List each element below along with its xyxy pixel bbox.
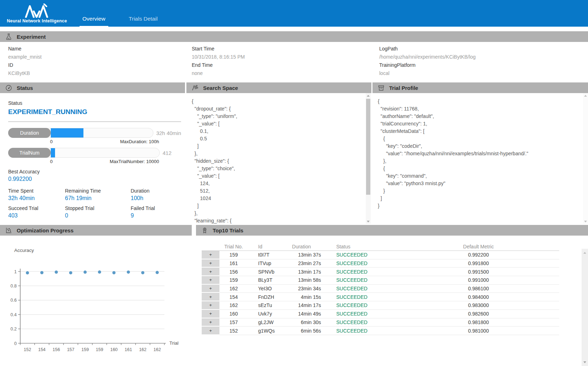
logo-title: Neural Network Intelligence (7, 18, 67, 23)
stat-value: 32h 40min (8, 195, 65, 201)
expand-row-button[interactable]: + (202, 251, 219, 259)
expand-row-button[interactable]: + (202, 285, 219, 293)
expand-row-button[interactable]: + (202, 301, 219, 310)
scroll-up-icon[interactable] (583, 93, 588, 98)
cell-duration: 23min 34s (281, 285, 322, 293)
tab-trials-detail[interactable]: Trials Detail (126, 16, 160, 27)
stat-label: Failed Trial (131, 205, 181, 211)
optimization-progress-panel: Optimization Progress 10.80.60.40.201521… (0, 225, 192, 366)
progress-fill (51, 128, 83, 138)
cell-default-metric: 0.983000 (398, 301, 559, 310)
scroll-down-icon[interactable] (583, 219, 588, 224)
cell-default-metric: 0.991800 (398, 259, 559, 268)
archive-box-icon (378, 85, 385, 91)
cell-default-metric: 0.981800 (398, 318, 559, 327)
cell-id: SPNVb (248, 268, 281, 276)
stat-value: 67h 19min (65, 195, 131, 201)
stat-value: 100h (131, 195, 181, 201)
graph-network-icon (192, 85, 198, 91)
trialnum-progress-scale: 0 MaxTrialNumber: 10000 (8, 158, 160, 165)
scale-max: MaxDuration: 100h (120, 139, 159, 144)
stat-value: 9 (131, 212, 181, 219)
table-row: +160Uvk7y14min 49sSUCCEEDED0.982600 (202, 310, 559, 318)
cell-duration: 6min 56s (281, 327, 322, 335)
field-value: example_mnist (8, 53, 192, 61)
cell-trial-no: 159 (219, 251, 248, 259)
expand-row-button[interactable]: + (202, 276, 219, 285)
header-trial-no: Trial No. (219, 243, 248, 251)
cell-default-metric: 0.992200 (398, 251, 559, 259)
cell-trial-no: 159 (219, 276, 248, 285)
trial-profile-scrollbar[interactable] (583, 93, 588, 224)
cell-status: SUCCEEDED (322, 293, 398, 301)
field-value: 10/31/2018, 8:16:15 PM (192, 53, 379, 61)
svg-text:152: 152 (24, 347, 31, 352)
tab-overview[interactable]: Overview (80, 16, 108, 27)
scrollbar-thumb[interactable] (366, 99, 370, 195)
top10-table: Trial No. Id Duration Status Default Met… (202, 243, 559, 335)
expand-row-button[interactable]: + (202, 310, 219, 318)
cell-id: FnDZH (248, 293, 281, 301)
cell-id: YeI3O (248, 285, 281, 293)
expand-row-button[interactable]: + (202, 318, 219, 327)
nni-logo-icon (24, 4, 50, 18)
expand-row-button[interactable]: + (202, 259, 219, 268)
trialnum-progress: TrialNum 412 (8, 148, 181, 158)
expand-row-button[interactable]: + (202, 293, 219, 301)
scroll-down-icon[interactable] (582, 360, 588, 365)
table-row: +159BLy3T13min 58sSUCCEEDED0.991000 (202, 276, 559, 285)
scroll-up-icon[interactable] (582, 250, 588, 255)
cell-default-metric: 0.991500 (398, 268, 559, 276)
medal-icon (201, 227, 208, 234)
svg-text:156: 156 (53, 347, 60, 352)
field-value: none (192, 69, 379, 77)
scale-min: 0 (50, 159, 53, 164)
cell-id: sEzTu (248, 301, 281, 310)
cell-duration: 4min 15s (281, 293, 322, 301)
optimization-chart: 10.80.60.40.2015215415615715915916016116… (0, 236, 192, 364)
cell-id: ITVup (248, 259, 281, 268)
best-accuracy-value: 0.992200 (8, 176, 181, 182)
cell-status: SUCCEEDED (322, 259, 398, 268)
cell-trial-no: 156 (219, 268, 248, 276)
stat-label: Succeed Trial (8, 205, 65, 211)
gauge-icon (5, 85, 12, 91)
experiment-col-2: Start Time 10/31/2018, 8:16:15 PM End Ti… (192, 45, 379, 82)
svg-text:0.6: 0.6 (11, 298, 17, 303)
top10-scrollbar[interactable] (582, 249, 588, 366)
expand-row-button[interactable]: + (202, 268, 219, 276)
progress-pill-label: TrialNum (8, 148, 51, 158)
field-label: TrainingPlatform (379, 61, 588, 69)
top10-section-header: Top10 Trials (196, 225, 588, 236)
table-row: +152g1WQs6min 56sSUCCEEDED0.981000 (202, 327, 559, 335)
table-row: +157gL2JW6min 30sSUCCEEDED0.981800 (202, 318, 559, 327)
field-label: End Time (192, 61, 379, 69)
progress-value: 32h 40min (156, 130, 181, 136)
trial-profile-section-title: Trial Profile (389, 85, 418, 91)
experiment-col-1: Name example_mnist ID KCiBytKB (8, 45, 192, 82)
search-space-scrollbar[interactable] (366, 93, 371, 224)
svg-text:162: 162 (153, 347, 161, 352)
optimization-section-header: Optimization Progress (0, 225, 192, 236)
scroll-down-icon[interactable] (366, 219, 371, 224)
svg-text:154: 154 (38, 347, 45, 352)
table-row: +159t0I7T13min 37sSUCCEEDED0.992200 (202, 251, 559, 259)
search-space-section-header: Search Space (186, 82, 371, 93)
progress-fill (51, 148, 55, 157)
optimization-section-title: Optimization Progress (17, 227, 74, 233)
svg-text:159: 159 (81, 347, 89, 352)
cell-id: BLy3T (248, 276, 281, 285)
svg-text:162: 162 (139, 347, 147, 352)
scale-max: MaxTrialNumber: 10000 (110, 159, 159, 164)
experiment-section-title: Experiment (17, 34, 46, 40)
top10-section-title: Top10 Trials (213, 227, 243, 233)
field-label: Name (8, 45, 192, 53)
scatter-chart-icon (5, 227, 12, 234)
expand-row-button[interactable]: + (202, 327, 219, 335)
divider (8, 122, 181, 122)
table-row: +162sEzTu14min 17sSUCCEEDED0.983000 (202, 301, 559, 310)
scroll-up-icon[interactable] (366, 93, 371, 98)
cell-status: SUCCEEDED (322, 268, 398, 276)
cell-trial-no: 162 (219, 285, 248, 293)
top10-trials-panel: Top10 Trials Trial No. Id Duration Statu… (196, 225, 588, 366)
